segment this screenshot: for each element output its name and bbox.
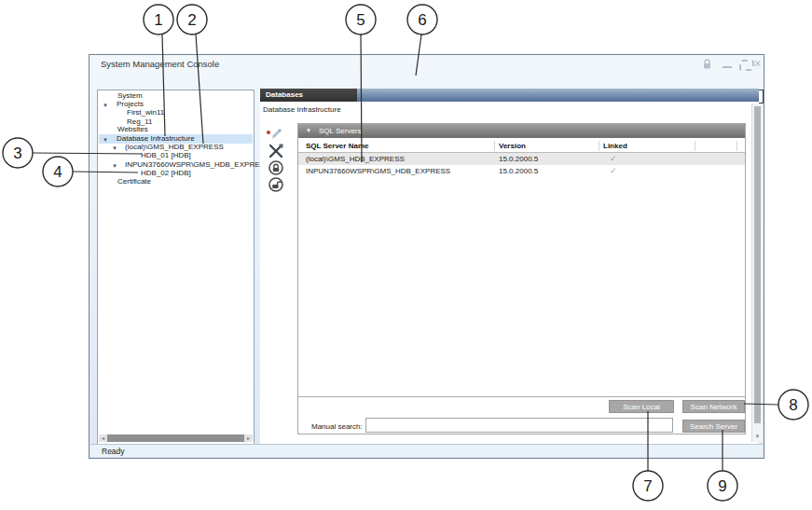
callout-number: 2 — [187, 11, 196, 29]
callout-number: 1 — [154, 11, 162, 29]
databases-panel: Databases Database Infrastructure — [260, 89, 759, 447]
tree-item-label: HDB_01 [HDB] — [141, 151, 191, 160]
column-header-name[interactable]: SQL Server Name — [306, 142, 368, 150]
callout-number: 4 — [53, 163, 62, 181]
column-divider[interactable] — [494, 141, 495, 151]
scrollbar-thumb[interactable] — [754, 106, 761, 423]
callout-number: 8 — [789, 396, 797, 414]
section-title: SQL Servers — [319, 124, 362, 138]
close-icon[interactable]: ✕ — [753, 58, 762, 70]
linked-check-icon: ✓ — [610, 165, 617, 177]
menu-row: Active project : Reg_11 / started Menu ▼ — [89, 72, 764, 88]
restore-icon[interactable] — [739, 60, 754, 71]
column-divider[interactable] — [736, 141, 737, 151]
tree-item-label: First_win11 — [127, 108, 164, 117]
callout-number: 7 — [643, 477, 652, 495]
tree-item-hdb-01[interactable]: HDB_01 [HDB] — [99, 151, 253, 160]
tab-strip-filler — [357, 89, 759, 102]
scroll-left-icon[interactable]: ◄ — [99, 434, 107, 442]
scroll-right-icon[interactable]: ► — [244, 434, 253, 442]
lock-open-icon[interactable] — [268, 177, 283, 192]
table-row[interactable]: (local)\GMS_HDB_EXPRESS 15.0.2000.5 ✓ — [298, 153, 745, 165]
tree-horizontal-scrollbar[interactable]: ◄ ► — [99, 434, 253, 442]
manual-search-input[interactable] — [365, 418, 673, 433]
column-divider[interactable] — [695, 141, 695, 151]
cell-version: 15.0.2000.5 — [499, 165, 538, 177]
edit-pencil-icon[interactable] — [267, 125, 282, 140]
tab-databases[interactable]: Databases — [260, 89, 357, 102]
search-server-button[interactable]: Search Server — [682, 420, 745, 433]
callout-number: 5 — [356, 11, 365, 29]
tree-item-websites[interactable]: Websites — [99, 125, 253, 134]
cell-server-name: INPUN37660WSPR\GMS_HDB_EXPRESS — [306, 165, 450, 177]
navigation-tree-panel: System ▼ Projects First_win11 Reg_11 Web… — [97, 90, 255, 445]
linked-check-icon: ✓ — [610, 153, 617, 165]
callout-number: 6 — [418, 11, 426, 29]
callout-number: 9 — [718, 477, 726, 495]
tree-item-certificate[interactable]: Certificate — [99, 177, 253, 186]
window-title: System Management Console — [101, 59, 219, 69]
scan-local-button[interactable]: Scan Local — [609, 400, 674, 413]
lock-closed-icon[interactable] — [268, 160, 283, 175]
table-header: SQL Server Name Version Linked — [298, 139, 745, 153]
sql-servers-section-header[interactable]: ▼ SQL Servers — [298, 124, 745, 138]
tree-item-label: Websites — [117, 125, 148, 134]
table-row[interactable]: INPUN37660WSPR\GMS_HDB_EXPRESS 15.0.2000… — [298, 165, 745, 177]
manual-search-label: Manual search: — [311, 422, 363, 431]
collapse-arrow-icon[interactable]: ▼ — [306, 124, 311, 138]
lock-icon — [702, 59, 712, 70]
scrollbar-thumb[interactable] — [107, 434, 244, 442]
tree-item-label: Certificate — [117, 177, 151, 186]
cell-version: 15.0.2000.5 — [499, 153, 538, 165]
tree-item-first-win11[interactable]: First_win11 — [99, 108, 253, 117]
column-header-version[interactable]: Version — [499, 142, 526, 150]
status-bar: Ready — [90, 444, 763, 457]
cell-server-name: (local)\GMS_HDB_EXPRESS — [306, 153, 405, 165]
callout-number: 3 — [13, 145, 21, 162]
sql-server-list: SQL Server Name Version Linked (local)\G… — [298, 138, 745, 397]
scroll-down-icon[interactable]: ▼ — [752, 432, 763, 441]
crossed-tools-icon[interactable] — [268, 144, 283, 159]
sql-servers-groupbox: ▼ SQL Servers SQL Server Name Version Li… — [297, 123, 746, 434]
status-text: Ready — [102, 447, 125, 456]
scan-network-button[interactable]: Scan Network — [682, 400, 745, 413]
column-header-linked[interactable]: Linked — [603, 142, 627, 150]
system-management-console-window: System Management Console ✕ Active proje… — [89, 54, 764, 459]
minimize-icon[interactable] — [723, 66, 732, 68]
panel-vertical-scrollbar[interactable]: ▼ — [751, 103, 763, 442]
title-bar[interactable]: System Management Console ✕ — [89, 55, 764, 72]
column-divider[interactable] — [599, 141, 599, 151]
breadcrumb: Database Infrastructure — [263, 105, 341, 114]
